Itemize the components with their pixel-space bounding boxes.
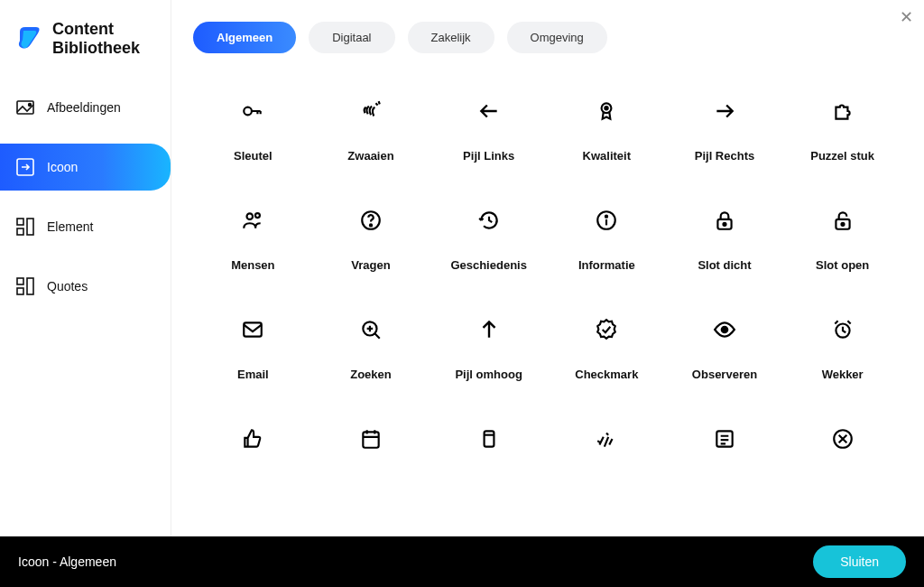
icon-item-label: Email: [237, 368, 269, 381]
tab-omgeving[interactable]: Omgeving: [507, 22, 607, 53]
sidebar-item-label: Element: [47, 219, 93, 234]
icon-item-sleutel[interactable]: Sleutel: [199, 98, 308, 163]
modal-body: Content Bibliotheek Afbeeldingen Icoon: [0, 0, 924, 536]
icon-item-zwaaien[interactable]: Zwaaien: [317, 98, 426, 163]
icon-item-slot-open[interactable]: Slot open: [788, 208, 897, 272]
list-icon: [712, 426, 737, 452]
svg-point-12: [247, 213, 254, 219]
icon-item-observeren[interactable]: Observeren: [670, 317, 780, 381]
sidebar-item-afbeeldingen[interactable]: Afbeeldingen: [0, 84, 171, 131]
icon-item-informatie[interactable]: Informatie: [552, 208, 661, 272]
svg-point-19: [723, 223, 725, 226]
eye-icon: [712, 317, 737, 342]
icon-scroll-area[interactable]: Sleutel Zwaaien Pijl Links Kwaliteit: [171, 62, 924, 536]
icon-item-partial-4[interactable]: [552, 426, 661, 477]
icon-item-label: Informatie: [578, 258, 635, 272]
arrow-right-icon: [712, 98, 737, 124]
icon-item-label: Pijl omhoog: [455, 368, 522, 381]
quality-icon: [594, 98, 619, 124]
alarm-icon: [830, 317, 855, 342]
icon-item-partial-6[interactable]: [788, 426, 897, 477]
icon-item-label: Geschiedenis: [450, 258, 527, 272]
cancel-icon: [830, 426, 855, 452]
sidebar: Content Bibliotheek Afbeeldingen Icoon: [0, 0, 171, 536]
icon-item-label: Mensen: [231, 258, 274, 272]
icon-item-mensen[interactable]: Mensen: [199, 208, 308, 272]
icon-item-label: Zwaaien: [347, 149, 393, 163]
svg-rect-4: [17, 228, 23, 235]
icon-item-geschiedenis[interactable]: Geschiedenis: [434, 208, 543, 272]
svg-rect-5: [27, 219, 33, 235]
svg-rect-27: [484, 431, 494, 446]
icon-item-label: Pijl Links: [463, 149, 514, 163]
key-icon: [240, 98, 265, 124]
icon-item-label: Vragen: [351, 258, 390, 272]
arrow-left-icon: [476, 98, 502, 124]
svg-rect-7: [17, 288, 23, 294]
thumb-up-icon: [240, 426, 265, 452]
svg-point-9: [245, 107, 253, 116]
arrow-up-icon: [476, 317, 502, 342]
tab-digitaal[interactable]: Digitaal: [309, 22, 394, 53]
lock-open-icon: [830, 208, 855, 233]
svg-point-1: [29, 104, 32, 107]
sidebar-nav: Afbeeldingen Icoon Element: [0, 79, 171, 310]
icon-item-zoeken[interactable]: Zoeken: [317, 317, 426, 381]
svg-point-15: [370, 224, 372, 226]
close-button[interactable]: Sluiten: [813, 545, 906, 578]
tab-zakelijk[interactable]: Zakelijk: [408, 22, 494, 53]
icon-item-partial-5[interactable]: [670, 426, 780, 477]
brand-title: Content Bibliotheek: [52, 20, 140, 57]
close-icon[interactable]: ✕: [900, 7, 913, 27]
icon-item-label: Kwaliteit: [583, 149, 631, 163]
svg-point-13: [255, 213, 260, 218]
svg-point-11: [605, 107, 608, 109]
svg-point-24: [722, 327, 728, 333]
brand: Content Bibliotheek: [0, 0, 171, 79]
layout-icon: [14, 275, 36, 297]
icon-item-partial-2[interactable]: [317, 426, 426, 477]
sidebar-item-label: Quotes: [47, 279, 88, 294]
calendar-icon: [358, 426, 383, 452]
tab-algemeen[interactable]: Algemeen: [193, 22, 296, 53]
icon-item-partial-3[interactable]: [434, 426, 543, 477]
icon-item-kwaliteit[interactable]: Kwaliteit: [552, 98, 661, 163]
icon-item-email[interactable]: Email: [199, 317, 308, 381]
info-icon: [594, 208, 619, 233]
icon-item-checkmark[interactable]: Checkmark: [552, 317, 661, 381]
icon-item-label: Puzzel stuk: [810, 149, 874, 163]
icon-item-puzzel-stuk[interactable]: Puzzel stuk: [788, 98, 897, 163]
icon-item-label: Slot open: [816, 258, 869, 272]
footer-status: Icoon - Algemeen: [18, 554, 116, 569]
icon-item-wekker[interactable]: Wekker: [788, 317, 897, 381]
svg-point-17: [605, 216, 607, 218]
icon-item-label: Pijl Rechts: [695, 149, 754, 163]
svg-rect-22: [245, 322, 263, 336]
history-icon: [476, 208, 502, 233]
sparks-icon: [594, 426, 619, 452]
icon-item-partial-1[interactable]: [199, 426, 308, 477]
main-panel: Algemeen Digitaal Zakelijk Omgeving Sleu…: [171, 0, 924, 536]
icon-item-pijl-omhoog[interactable]: Pijl omhoog: [434, 317, 543, 381]
svg-rect-3: [17, 219, 23, 225]
sidebar-item-icoon[interactable]: Icoon: [0, 144, 171, 191]
icon-item-label: Zoeken: [350, 368, 392, 381]
sidebar-item-label: Afbeeldingen: [47, 100, 121, 115]
icon-item-pijl-links[interactable]: Pijl Links: [434, 98, 543, 163]
icon-item-label: Wekker: [822, 368, 864, 381]
content-library-modal: ✕ Content Bibliotheek Afbeeldingen: [0, 0, 924, 587]
icon-item-slot-dicht[interactable]: Slot dicht: [670, 208, 780, 272]
cup-icon: [476, 426, 502, 452]
checkmark-icon: [594, 317, 619, 342]
icon-item-vragen[interactable]: Vragen: [317, 208, 426, 272]
icon-item-label: Slot dicht: [698, 258, 751, 272]
icon-item-label: Sleutel: [234, 149, 273, 163]
sidebar-item-element[interactable]: Element: [0, 203, 171, 250]
icon-item-label: Checkmark: [575, 368, 638, 381]
sidebar-item-quotes[interactable]: Quotes: [0, 263, 171, 310]
icon-item-label: Observeren: [692, 368, 757, 381]
email-icon: [240, 317, 265, 342]
puzzle-icon: [830, 98, 855, 124]
icon-item-pijl-rechts[interactable]: Pijl Rechts: [670, 98, 780, 163]
search-icon: [358, 317, 383, 342]
